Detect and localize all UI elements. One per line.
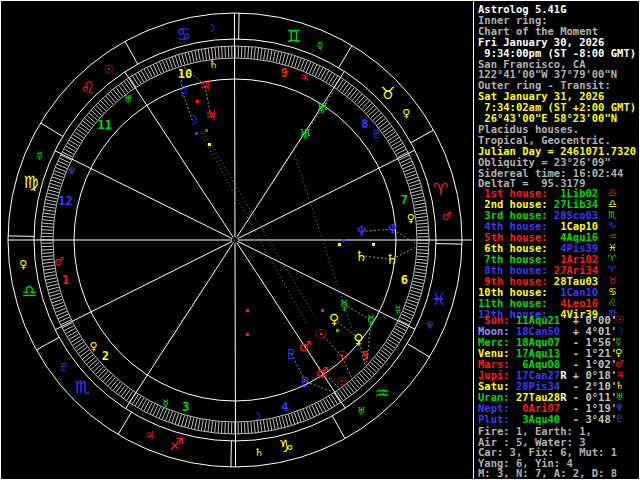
- degree-tick: [212, 48, 213, 59]
- degree-tick: [215, 421, 216, 432]
- outer-ring-planet-glyph: ♄: [386, 251, 399, 267]
- aspect-marker: [208, 143, 211, 146]
- degree-tick: [415, 206, 426, 208]
- house-number: 6: [401, 273, 408, 287]
- inner-ring-planet-glyph: ♆: [355, 223, 368, 239]
- degree-tick: [273, 419, 275, 430]
- aspect-marker: [336, 329, 339, 332]
- sign-boundary: [36, 337, 59, 350]
- astrolog-window: ♈♂♀♉♀♇♊☿♃♋☽♄♌☉♅♍☿♆♎♀♂♏♇♀♐♃☿♑♄☽♒♅☉♓♆☿1234…: [0, 0, 640, 480]
- degree-tick: [405, 305, 415, 309]
- panel-line: 9:34:00pm (ST -8:00 GMT): [478, 48, 636, 59]
- degree-tick: [350, 382, 357, 391]
- degree-tick: [371, 362, 379, 369]
- sign-ruler-glyph: ♅: [357, 405, 367, 418]
- planet-glyph: ♀: [615, 347, 622, 358]
- planet-glyph: ♆: [615, 402, 624, 413]
- degree-tick: [175, 56, 178, 66]
- degree-tick: [46, 278, 57, 280]
- degree-tick: [417, 227, 428, 228]
- outer-ring-planet-glyph: ♇: [299, 374, 312, 390]
- degree-tick: [85, 118, 94, 125]
- aspect-marker: [246, 333, 249, 336]
- house-number: 1: [62, 273, 69, 287]
- degree-tick: [42, 256, 53, 257]
- degree-tick: [413, 197, 424, 199]
- aspect-marker: [372, 243, 375, 246]
- degree-tick: [162, 409, 166, 419]
- degree-tick: [54, 305, 64, 309]
- planet-glyph: ☿: [615, 336, 621, 347]
- info-panel: Astrolog 5.41G Inner ring:Chart of the M…: [478, 0, 638, 480]
- house-number: 9: [281, 66, 288, 80]
- house-number: 12: [58, 194, 72, 208]
- degree-tick: [355, 94, 362, 102]
- degree-tick: [42, 226, 53, 227]
- aspect-marker: [338, 243, 341, 246]
- inner-ring-planet-glyph: ♅: [299, 126, 312, 142]
- degree-tick: [416, 259, 427, 260]
- degree-tick: [414, 203, 425, 205]
- degree-tick: [412, 284, 423, 287]
- zodiac-sign-glyph: ♏: [75, 377, 90, 397]
- zodiac-sign-glyph: ♉: [380, 83, 395, 103]
- zodiac-sign-glyph: ♐: [169, 434, 184, 454]
- degree-tick: [105, 376, 112, 384]
- degree-tick: [288, 415, 291, 426]
- sign-ruler-glyph: ♀: [402, 107, 410, 120]
- degree-tick: [285, 415, 288, 426]
- degree-tick: [373, 360, 381, 367]
- degree-tick: [282, 53, 285, 64]
- degree-tick: [263, 420, 265, 431]
- degree-tick: [188, 52, 191, 63]
- planet-glyph: ♅: [615, 391, 624, 402]
- degree-tick: [357, 376, 364, 384]
- zodiac-sign-glyph: ♈: [433, 179, 448, 199]
- inner-ring-planet-glyph: ☉: [315, 326, 328, 342]
- outer-ring-planet-glyph: ♃: [199, 77, 212, 93]
- degree-tick: [257, 421, 258, 432]
- degree-tick: [417, 220, 428, 221]
- degree-tick: [279, 417, 282, 428]
- sign-ruler-glyph: ♇: [59, 361, 69, 374]
- degree-tick: [411, 287, 422, 290]
- degree-tick: [273, 51, 275, 62]
- sign-ruler-glyph: ♄: [254, 446, 264, 459]
- degree-tick: [46, 196, 57, 198]
- degree-tick: [42, 249, 53, 250]
- degree-tick: [185, 53, 188, 64]
- sign-ruler-glyph: ♃: [145, 429, 155, 442]
- outer-ring-planet-glyph: ♀: [353, 331, 363, 347]
- house-number: 11: [98, 118, 112, 132]
- sign-glyph: ♏: [608, 209, 617, 220]
- degree-tick: [407, 174, 417, 178]
- degree-tick: [43, 259, 54, 260]
- degree-tick: [108, 94, 115, 102]
- degree-tick: [291, 56, 294, 66]
- sign-ruler-glyph: ☽: [206, 22, 216, 35]
- sign-ruler-glyph: ☉: [103, 63, 113, 76]
- sign-detriment-glyph: ♅: [124, 93, 134, 106]
- degree-tick: [57, 164, 67, 168]
- degree-tick: [163, 61, 167, 71]
- degree-tick: [43, 262, 54, 263]
- degree-tick: [417, 230, 428, 231]
- outer-ring-planet-glyph: ♆: [386, 221, 399, 237]
- degree-tick: [404, 308, 414, 312]
- degree-tick: [416, 265, 427, 267]
- degree-tick: [48, 190, 59, 193]
- inner-ring-planet-glyph: ♄: [355, 248, 368, 264]
- degree-tick: [368, 365, 376, 373]
- planet-glyph: ♄: [615, 380, 624, 391]
- outer-ring-planet-glyph: ☉: [336, 348, 349, 364]
- degree-tick: [414, 275, 425, 277]
- outer-ring-planet-glyph: ♅: [316, 100, 329, 116]
- degree-tick: [172, 413, 176, 423]
- degree-tick: [364, 103, 372, 111]
- sign-glyph: ♈: [608, 264, 617, 275]
- degree-tick: [49, 290, 60, 293]
- degree-tick: [369, 108, 377, 115]
- planet-row: Plut: 3Aqu40 - 3°48'♇: [478, 414, 617, 425]
- house-number: 4: [281, 400, 288, 414]
- degree-tick: [405, 171, 415, 175]
